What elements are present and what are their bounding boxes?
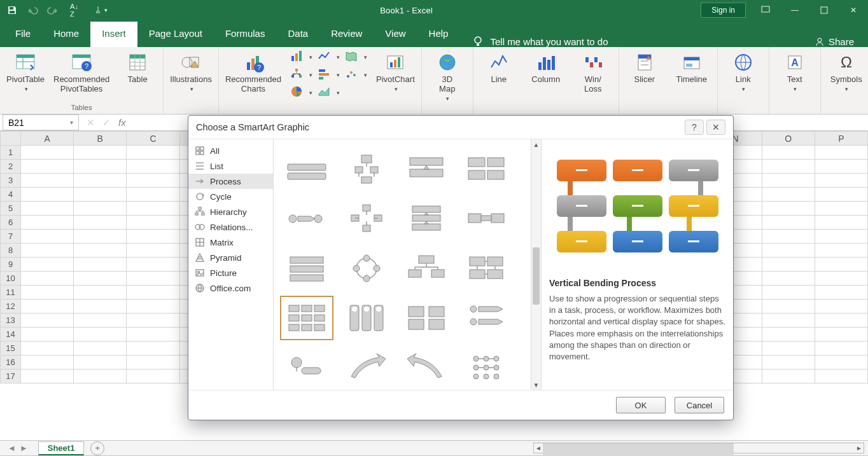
cell[interactable] bbox=[127, 202, 179, 216]
cell[interactable] bbox=[815, 258, 867, 272]
row-header[interactable]: 10 bbox=[1, 272, 21, 286]
cell[interactable] bbox=[762, 244, 815, 258]
cell[interactable] bbox=[20, 244, 73, 258]
scroll-up-icon[interactable]: ▲ bbox=[531, 139, 541, 149]
layout-thumbnail[interactable] bbox=[340, 147, 393, 191]
layout-thumbnail[interactable] bbox=[459, 147, 513, 191]
layout-thumbnail[interactable] bbox=[400, 296, 453, 340]
ok-button[interactable]: OK bbox=[616, 397, 666, 413]
column-header[interactable]: B bbox=[74, 132, 127, 146]
row-header[interactable]: 3 bbox=[1, 174, 21, 188]
category-process[interactable]: Process bbox=[188, 174, 273, 189]
scroll-thumb[interactable] bbox=[543, 443, 734, 456]
sheet-tab-sheet1[interactable]: Sheet1 bbox=[38, 441, 85, 455]
cell[interactable] bbox=[20, 370, 73, 383]
cell[interactable] bbox=[74, 370, 127, 383]
layout-thumbnail[interactable] bbox=[340, 197, 393, 241]
cell[interactable] bbox=[815, 146, 867, 160]
cell[interactable] bbox=[762, 286, 815, 300]
cell[interactable] bbox=[815, 272, 867, 286]
layout-thumbnail[interactable] bbox=[400, 147, 453, 191]
cell[interactable] bbox=[127, 174, 179, 188]
cell[interactable] bbox=[762, 160, 815, 174]
sign-in-button[interactable]: Sign in bbox=[701, 3, 746, 18]
save-icon[interactable] bbox=[3, 1, 22, 19]
layout-thumbnail[interactable] bbox=[459, 246, 513, 291]
pivottable-button[interactable]: PivotTable ▾ bbox=[6, 50, 45, 92]
row-header[interactable]: 15 bbox=[1, 342, 21, 356]
column-header[interactable]: A bbox=[20, 132, 73, 146]
layout-thumbnail[interactable] bbox=[340, 296, 393, 340]
row-header[interactable]: 14 bbox=[1, 328, 21, 342]
category-all[interactable]: All bbox=[188, 143, 273, 158]
cancel-button[interactable]: Cancel bbox=[675, 397, 724, 413]
cell[interactable] bbox=[74, 300, 127, 314]
row-header[interactable]: 16 bbox=[1, 356, 21, 370]
tab-home[interactable]: Home bbox=[42, 22, 90, 47]
tab-file[interactable]: File bbox=[4, 22, 42, 47]
cell[interactable] bbox=[127, 272, 179, 286]
category-hierarchy[interactable]: Hierarchy bbox=[188, 204, 273, 219]
slicer-button[interactable]: Slicer bbox=[626, 50, 664, 85]
row-header[interactable]: 9 bbox=[1, 258, 21, 272]
cell[interactable] bbox=[20, 328, 73, 342]
redo-icon[interactable] bbox=[43, 1, 62, 19]
layout-thumbnail[interactable] bbox=[280, 197, 333, 241]
accept-formula-icon[interactable]: ✓ bbox=[102, 117, 111, 128]
cell[interactable] bbox=[815, 202, 867, 216]
layout-thumbnail[interactable] bbox=[340, 345, 393, 390]
cell[interactable] bbox=[762, 356, 815, 370]
cell[interactable] bbox=[74, 342, 127, 356]
share-button[interactable]: Share bbox=[804, 36, 864, 47]
cell[interactable] bbox=[127, 286, 179, 300]
scroll-thumb-vertical[interactable] bbox=[533, 247, 540, 305]
new-sheet-button[interactable]: + bbox=[90, 441, 104, 455]
thumbnails-scrollbar[interactable]: ▲ ▼ bbox=[531, 139, 541, 390]
column-chart-icon[interactable] bbox=[290, 50, 303, 65]
column-header[interactable]: O bbox=[762, 132, 815, 146]
layout-thumbnail[interactable] bbox=[400, 246, 453, 291]
cell[interactable] bbox=[127, 216, 179, 230]
cell[interactable] bbox=[20, 272, 73, 286]
tab-help[interactable]: Help bbox=[417, 22, 460, 47]
sparkline-winloss-button[interactable]: Win/Loss bbox=[574, 50, 612, 94]
hierarchy-chart-icon[interactable] bbox=[290, 67, 303, 83]
timeline-button[interactable]: Timeline bbox=[673, 50, 711, 85]
cell[interactable] bbox=[762, 216, 815, 230]
cell[interactable] bbox=[815, 188, 867, 202]
layout-thumbnail[interactable] bbox=[459, 296, 513, 340]
recommended-charts-button[interactable]: ? RecommendedCharts bbox=[225, 50, 281, 94]
cell[interactable] bbox=[127, 328, 179, 342]
cell[interactable] bbox=[20, 286, 73, 300]
cell[interactable] bbox=[74, 314, 127, 328]
cell[interactable] bbox=[762, 202, 815, 216]
cell[interactable] bbox=[20, 356, 73, 370]
tab-view[interactable]: View bbox=[374, 22, 417, 47]
tab-review[interactable]: Review bbox=[319, 22, 374, 47]
map-chart-icon[interactable] bbox=[345, 50, 358, 65]
cell[interactable] bbox=[74, 286, 127, 300]
layout-thumbnail[interactable] bbox=[400, 345, 453, 390]
name-box[interactable]: B21 ▾ bbox=[3, 114, 79, 130]
cell[interactable] bbox=[20, 160, 73, 174]
tell-me-search[interactable]: Tell me what you want to do bbox=[459, 36, 620, 47]
cell[interactable] bbox=[815, 230, 867, 244]
layout-thumbnail[interactable] bbox=[280, 147, 333, 191]
category-pyramid[interactable]: Pyramid bbox=[188, 250, 273, 265]
cell[interactable] bbox=[127, 258, 179, 272]
surface-chart-icon[interactable] bbox=[318, 85, 330, 100]
cell[interactable] bbox=[815, 244, 867, 258]
cell[interactable] bbox=[20, 146, 73, 160]
ribbon-display-options-icon[interactable] bbox=[751, 0, 780, 20]
symbols-button[interactable]: ΩSymbols▾ bbox=[827, 50, 865, 92]
recommended-pivottables-button[interactable]: ? RecommendedPivotTables bbox=[53, 50, 109, 94]
cell[interactable] bbox=[127, 188, 179, 202]
cell[interactable] bbox=[74, 216, 127, 230]
cancel-formula-icon[interactable]: ✕ bbox=[87, 117, 95, 128]
cell[interactable] bbox=[762, 146, 815, 160]
sheet-nav-arrows[interactable]: ◄► bbox=[4, 443, 32, 453]
tab-formulas[interactable]: Formulas bbox=[214, 22, 277, 47]
cell[interactable] bbox=[762, 300, 815, 314]
name-box-dropdown-icon[interactable]: ▾ bbox=[70, 119, 73, 126]
link-button[interactable]: Link▾ bbox=[724, 50, 762, 92]
